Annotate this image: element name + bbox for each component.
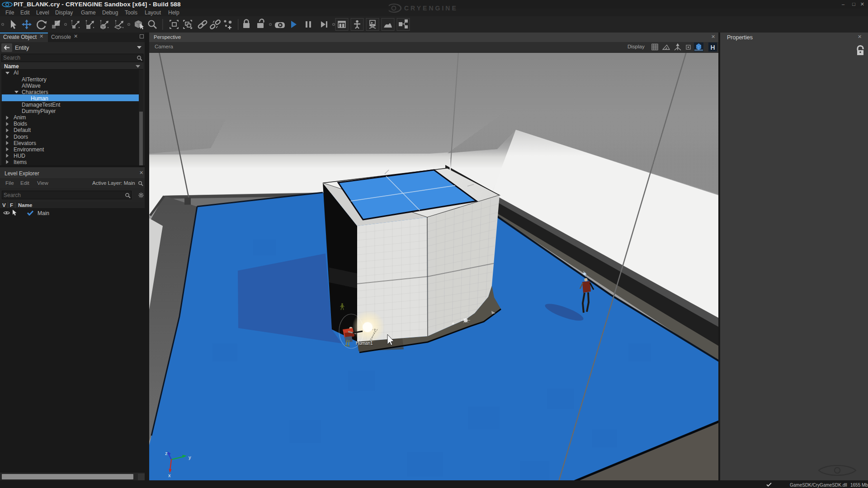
svg-text:CRYENGINE: CRYENGINE — [404, 5, 458, 12]
svg-text:y: y — [189, 455, 191, 460]
svg-text:Human1: Human1 — [356, 341, 373, 346]
svg-text:z: z — [165, 450, 168, 456]
svg-text:x: x — [168, 473, 171, 478]
svg-text:H: H — [711, 44, 715, 51]
